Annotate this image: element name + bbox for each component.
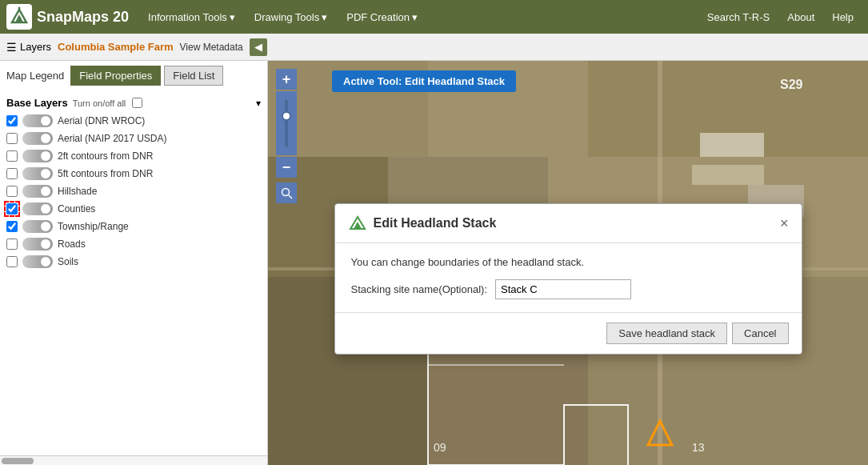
zoom-in-button[interactable]: + (276, 69, 297, 90)
layer-item-aerial-dnr: Aerial (DNR WROC) (0, 112, 267, 130)
layer-checkbox-aerial-naip[interactable] (6, 133, 18, 144)
stacking-site-input[interactable] (495, 279, 631, 299)
layers-icon: ☰ (6, 41, 17, 54)
layer-toggle-roads[interactable] (22, 238, 53, 251)
layer-name-aerial-naip: Aerial (NAIP 2017 USDA) (58, 133, 167, 144)
layer-checkbox-contours-2ft[interactable] (6, 150, 18, 162)
app-logo (6, 4, 32, 30)
base-layers-title: Base Layers (6, 97, 68, 109)
layer-checkbox-township[interactable] (6, 221, 18, 232)
map-area[interactable]: S29 09 13 + − (268, 61, 868, 465)
toolbar: ☰ Layers Columbia Sample Farm View Metad… (0, 34, 868, 61)
nav-drawing-tools[interactable]: Drawing Tools ▾ (246, 6, 335, 28)
tab-field-properties[interactable]: Field Properties (70, 66, 161, 86)
nav-pdf-creation[interactable]: PDF Creation ▾ (338, 6, 426, 28)
layer-item-roads: Roads (0, 235, 267, 253)
layer-checkbox-aerial-dnr[interactable] (6, 115, 18, 126)
layer-item-contours-5ft: 5ft contours from DNR (0, 165, 267, 182)
layer-toggle-aerial-dnr[interactable] (22, 114, 53, 127)
layer-checkbox-hillshade[interactable] (6, 186, 18, 197)
map-legend-label: Map Legend (6, 70, 64, 82)
sidebar-tabs: Map Legend Field Properties Field List (0, 61, 267, 90)
svg-point-2 (18, 7, 21, 10)
modal-description: You can change boundaries of the headlan… (351, 256, 786, 268)
layer-item-township: Township/Range (0, 218, 267, 235)
layer-name-soils: Soils (58, 256, 78, 267)
modal-logo (348, 214, 367, 233)
layer-checkbox-soils[interactable] (6, 256, 18, 267)
layer-name-hillshade: Hillshade (58, 186, 97, 197)
layer-checkbox-contours-5ft[interactable] (6, 168, 18, 179)
stacking-site-label: Stacking site name(Optional): (351, 283, 488, 295)
layer-toggle-contours-5ft[interactable] (22, 167, 53, 180)
layer-name-contours-5ft: 5ft contours from DNR (58, 168, 153, 179)
svg-text:S29: S29 (780, 78, 803, 91)
layer-name-contours-2ft: 2ft contours from DNR (58, 150, 153, 162)
svg-rect-13 (700, 133, 764, 157)
layer-item-hillshade: Hillshade (0, 182, 267, 200)
nav-search-trs[interactable]: Search T-R-S (699, 6, 778, 28)
modal-body: You can change boundaries of the headlan… (335, 243, 802, 312)
turn-onoff-label: Turn on/off all (73, 98, 126, 108)
app-title: SnapMaps 20 (37, 9, 129, 26)
layer-item-aerial-naip: Aerial (NAIP 2017 USDA) (0, 130, 267, 147)
modal-footer: Save headland stack Cancel (335, 312, 802, 354)
layer-item-soils: Soils (0, 253, 267, 271)
modal-close-button[interactable]: × (780, 216, 789, 230)
chevron-down-icon: ▾ (412, 11, 418, 23)
nav-about[interactable]: About (779, 6, 822, 28)
active-tool-banner: Active Tool: Edit Headland Stack (332, 70, 516, 92)
layer-checkbox-counties[interactable] (6, 203, 18, 214)
zoom-slider[interactable] (276, 91, 297, 155)
tab-field-list[interactable]: Field List (164, 66, 223, 86)
zoom-to-extent-button[interactable] (276, 182, 297, 203)
svg-text:13: 13 (692, 441, 705, 454)
edit-headland-modal: Edit Headland Stack × You can change bou… (334, 203, 802, 355)
layer-name-roads: Roads (58, 239, 86, 250)
layer-name-aerial-dnr: Aerial (DNR WROC) (58, 115, 145, 126)
navbar: SnapMaps 20 Information Tools ▾ Drawing … (0, 0, 868, 34)
main-content: Map Legend Field Properties Field List B… (0, 61, 868, 465)
layers-section: ☰ Layers (6, 41, 51, 54)
chevron-down-icon: ▾ (230, 11, 235, 23)
modal-field: Stacking site name(Optional): (351, 279, 786, 299)
svg-marker-23 (648, 421, 672, 445)
layer-toggle-aerial-naip[interactable] (22, 132, 53, 145)
chevron-down-icon: ▾ (322, 11, 327, 23)
layer-toggle-counties[interactable] (22, 202, 53, 215)
layer-toggle-soils[interactable] (22, 255, 53, 268)
layer-toggle-township[interactable] (22, 220, 53, 233)
layer-name-counties: Counties (58, 203, 95, 214)
zoom-out-button[interactable]: − (276, 157, 297, 178)
layer-item-counties: Counties (0, 200, 267, 218)
layer-checkbox-roads[interactable] (6, 239, 18, 250)
svg-rect-14 (692, 165, 764, 185)
svg-point-24 (282, 189, 290, 196)
cancel-button[interactable]: Cancel (732, 323, 788, 344)
modal-header: Edit Headland Stack × (335, 204, 802, 243)
layer-name-township: Township/Range (58, 221, 129, 232)
scrollbar-thumb (2, 458, 34, 464)
layer-toggle-contours-2ft[interactable] (22, 150, 53, 162)
sidebar-scrollbar[interactable] (0, 455, 267, 465)
view-metadata-link[interactable]: View Metadata (180, 42, 243, 53)
layer-toggle-hillshade[interactable] (22, 185, 53, 198)
collapse-sidebar-button[interactable]: ◀ (250, 38, 267, 56)
nav-help[interactable]: Help (824, 6, 862, 28)
farm-link[interactable]: Columbia Sample Farm (58, 41, 173, 53)
app-brand: SnapMaps 20 (6, 4, 129, 30)
modal-title: Edit Headland Stack (374, 216, 497, 230)
turn-onoff-checkbox[interactable] (132, 98, 142, 108)
sidebar: Map Legend Field Properties Field List B… (0, 61, 268, 465)
layer-item-contours-2ft: 2ft contours from DNR (0, 147, 267, 165)
layer-list: Aerial (DNR WROC)Aerial (NAIP 2017 USDA)… (0, 112, 267, 271)
svg-rect-6 (588, 61, 868, 157)
nav-information-tools[interactable]: Information Tools ▾ (140, 6, 243, 28)
svg-text:09: 09 (434, 441, 446, 454)
base-layers-header: Base Layers Turn on/off all ▾ (0, 94, 267, 112)
svg-line-25 (289, 195, 292, 198)
save-headland-stack-button[interactable]: Save headland stack (606, 323, 727, 344)
expand-arrow-icon[interactable]: ▾ (256, 98, 261, 109)
sidebar-scroll[interactable]: Base Layers Turn on/off all ▾ Aerial (DN… (0, 90, 267, 455)
map-controls: + − (276, 69, 297, 203)
